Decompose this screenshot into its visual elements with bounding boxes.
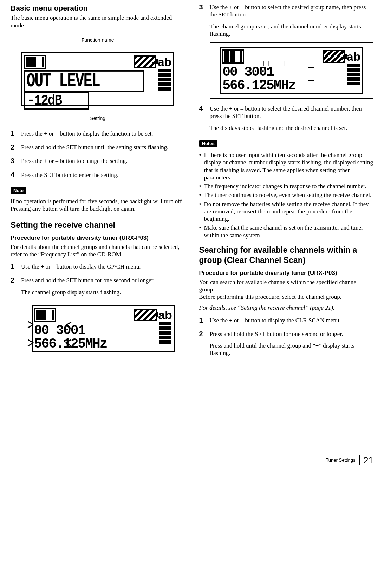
note-badge: Note (11, 187, 26, 194)
flash-burst-icon (62, 321, 69, 328)
pointer-line (98, 44, 98, 50)
search-intro-1: You can search for available channels wi… (199, 278, 374, 293)
notes-list: If there is no user input within ten sec… (199, 151, 374, 239)
heading-basic-menu: Basic menu operation (11, 4, 185, 13)
note-item: If there is no user input within ten sec… (199, 151, 374, 181)
steps-clear-scan: Use the + or – button to display the CLR… (199, 317, 374, 357)
signal-bars-icon (159, 322, 171, 344)
step-result: The channel group is set, and the channe… (210, 23, 374, 38)
lcd-display-2: ab 00 3001 566.125MHz (32, 305, 175, 352)
subheading-procedure: Procedure for portable diversity tuner (… (11, 234, 185, 242)
flash-burst-icon (256, 76, 263, 83)
lcd-group-channel: 00 3001 (34, 324, 172, 337)
ab-indicator: ab (347, 51, 361, 62)
signal-bars-icon (158, 69, 171, 91)
step-item: Press the + or – button to change the se… (11, 157, 185, 165)
step-item: Press the SET button to enter the settin… (11, 171, 185, 179)
step-item: Press and hold the SET button until the … (11, 144, 185, 151)
page-footer: Tuner Settings 21 (0, 455, 384, 473)
note-item: Make sure that the same channel is set o… (199, 224, 374, 239)
note-text: If no operation is performed for five se… (11, 198, 185, 213)
antenna-icon (34, 308, 56, 322)
flash-burst-icon (30, 339, 37, 346)
figure-label-top: Function name (13, 37, 183, 44)
steps-receive-channel-cont: Use the + or – button to select the desi… (199, 4, 374, 132)
lcd-frequency: 566.125MHz (34, 337, 172, 351)
pointer-line (98, 108, 98, 115)
battery-icon (134, 55, 156, 68)
battery-icon (134, 309, 157, 321)
flash-burst-icon (62, 339, 69, 346)
battery-icon (323, 50, 345, 63)
footer-section: Tuner Settings (326, 457, 355, 462)
step-result: The displays stops flashing and the desi… (210, 124, 374, 132)
lcd-display-3: ab | | | | | | 00 3001 566.125MHz (220, 47, 363, 94)
step-item: Use the + or – button to select the desi… (199, 4, 374, 99)
flash-burst-icon (305, 64, 312, 71)
signal-bars-icon (347, 64, 360, 85)
flash-burst-icon (305, 76, 312, 83)
flash-dashes-icon: | | | | | | (263, 61, 291, 66)
note-item: The tuner continues to receive, even whe… (199, 191, 374, 199)
note-item: The frequency indicator changes in respo… (199, 183, 374, 190)
cross-reference: For details, see “Setting the receive ch… (199, 304, 374, 311)
lcd-display-1: ab OUT LEVEL -12dB (21, 52, 174, 106)
basic-intro: The basic menu operation is the same in … (11, 14, 185, 29)
step-result: The channel group display starts flashin… (21, 289, 185, 296)
lcd-frequency: 566.125MHz (222, 79, 360, 92)
note-item: Do not remove the batteries while settin… (199, 200, 374, 223)
figure-gpch-flashing-group: ab 00 3001 566.125MHz (21, 301, 185, 357)
step-item: Use the + or – button to display the CLR… (199, 317, 374, 324)
lcd-function-name: OUT LEVEL (24, 70, 144, 92)
step-item: Use the + or – button to display the GP/… (11, 263, 185, 270)
step-item: Press and hold the SET button for one se… (11, 277, 185, 357)
flash-burst-icon (30, 321, 37, 328)
heading-receive-channel: Setting the receive channel (11, 218, 185, 230)
step-item: Use the + or – button to select the desi… (199, 105, 374, 132)
lcd-setting-value: -12dB (24, 92, 89, 110)
procedure-intro: For details about the channel groups and… (11, 243, 185, 258)
subheading-procedure: Procedure for portable diversity tuner (… (199, 269, 374, 277)
antenna-icon (24, 55, 46, 69)
page-number: 21 (359, 455, 373, 465)
step-item: Press and hold the SET button for one se… (199, 330, 374, 357)
figure-label-bottom: Setting (13, 115, 183, 122)
ab-indicator: ab (158, 309, 172, 321)
step-item: Press the + or – button to display the f… (11, 130, 185, 137)
steps-receive-channel: Use the + or – button to display the GP/… (11, 263, 185, 357)
antenna-icon (222, 49, 244, 64)
heading-clear-channel-scan: Searching for available channels within … (199, 243, 374, 265)
step-result: Press and hold until the channel group a… (210, 342, 374, 357)
search-intro-2: Before performing this procedure, select… (199, 293, 374, 300)
figure-out-level: Function name ab OUT LEVEL -12dB Setting (11, 34, 185, 125)
flash-burst-icon (256, 64, 263, 71)
ab-indicator: ab (158, 56, 172, 68)
lcd-group-channel: 00 3001 (222, 66, 360, 79)
notes-badge: Notes (199, 140, 217, 147)
steps-basic-menu: Press the + or – button to display the f… (11, 130, 185, 179)
figure-gpch-flashing-channel: ab | | | | | | 00 3001 566.125MHz (210, 42, 374, 99)
